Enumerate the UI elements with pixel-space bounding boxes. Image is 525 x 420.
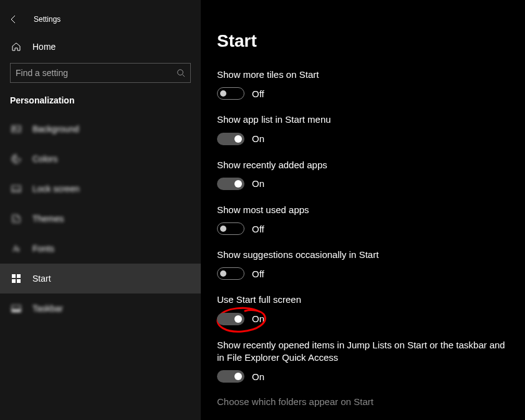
home-label: Home	[32, 42, 55, 52]
nav-label: Themes	[32, 214, 64, 224]
toggle-knob	[234, 315, 242, 323]
folders-link[interactable]: Choose which folders appear on Start	[217, 396, 525, 407]
toggle-state-text: Off	[252, 269, 264, 279]
svg-rect-10	[17, 279, 21, 283]
toggle-row: On	[217, 313, 510, 325]
toggle-state-text: Off	[252, 224, 264, 234]
setting-label: Show suggestions occasionally in Start	[217, 249, 510, 261]
nav-label: Start	[32, 274, 51, 284]
setting-label: Show most used apps	[217, 204, 510, 216]
page-title: Start	[217, 31, 525, 51]
toggle-app-list[interactable]	[217, 133, 244, 145]
toggle-state-text: On	[252, 178, 264, 189]
start-icon	[10, 274, 22, 284]
setting-more-tiles: Show more tiles on StartOff	[217, 69, 510, 100]
setting-label: Use Start full screen	[217, 294, 510, 306]
home-nav[interactable]: Home	[0, 36, 201, 58]
toggle-state-text: On	[252, 313, 264, 324]
svg-rect-9	[12, 279, 16, 283]
toggle-knob	[234, 180, 242, 188]
toggle-row: Off	[217, 87, 510, 100]
lockscreen-icon	[10, 184, 22, 194]
nav-item-themes[interactable]: Themes	[0, 204, 201, 234]
fonts-icon	[10, 244, 22, 254]
settings-list: Show more tiles on StartOffShow app list…	[217, 69, 525, 383]
nav-label: Fonts	[32, 244, 54, 254]
setting-label: Show recently added apps	[217, 159, 510, 171]
search-icon	[176, 69, 185, 77]
svg-point-5	[15, 161, 16, 162]
toggle-jump-lists[interactable]	[217, 370, 244, 383]
toggle-suggestions[interactable]	[217, 267, 244, 280]
svg-rect-7	[12, 274, 16, 278]
toggle-knob	[234, 135, 242, 143]
nav-label: Colors	[32, 154, 57, 164]
setting-suggestions: Show suggestions occasionally in StartOf…	[217, 249, 510, 280]
setting-full-screen: Use Start full screenOn	[217, 294, 510, 325]
nav-item-start[interactable]: Start	[0, 264, 201, 294]
nav-label: Lock screen	[32, 184, 79, 194]
nav-item-lockscreen[interactable]: Lock screen	[0, 174, 201, 204]
back-arrow-icon	[9, 14, 19, 24]
svg-point-3	[14, 156, 15, 158]
toggle-row: Off	[217, 222, 510, 235]
title-bar: Settings	[0, 9, 201, 29]
toggle-full-screen[interactable]	[217, 313, 244, 325]
sidebar: Settings Home Personalization Background…	[0, 0, 201, 420]
nav-label: Taskbar	[32, 303, 63, 313]
setting-label: Show recently opened items in Jump Lists…	[217, 339, 510, 365]
search-box[interactable]	[10, 63, 191, 83]
svg-rect-12	[12, 310, 21, 312]
nav-list: BackgroundColorsLock screenThemesFontsSt…	[0, 114, 201, 323]
search-input[interactable]	[16, 68, 176, 78]
setting-most-used: Show most used appsOff	[217, 204, 510, 235]
nav-item-background[interactable]: Background	[0, 114, 201, 144]
toggle-row: On	[217, 178, 510, 190]
toggle-most-used[interactable]	[217, 222, 244, 235]
themes-icon	[10, 214, 22, 224]
toggle-recently-added[interactable]	[217, 178, 244, 190]
toggle-state-text: On	[252, 133, 264, 144]
setting-recently-added: Show recently added appsOn	[217, 159, 510, 190]
toggle-more-tiles[interactable]	[217, 87, 244, 100]
nav-label: Background	[32, 124, 79, 134]
toggle-state-text: Off	[252, 88, 264, 99]
toggle-knob	[220, 226, 226, 232]
setting-label: Show app list in Start menu	[217, 113, 510, 126]
svg-point-4	[13, 159, 14, 160]
toggle-row: On	[217, 133, 510, 145]
back-button[interactable]	[0, 9, 27, 29]
toggle-knob	[220, 270, 226, 277]
colors-icon	[10, 154, 22, 164]
svg-rect-8	[17, 274, 21, 278]
background-icon	[10, 124, 22, 134]
toggle-state-text: On	[252, 371, 264, 382]
section-header: Personalization	[0, 83, 201, 114]
nav-item-taskbar[interactable]: Taskbar	[0, 294, 201, 323]
setting-app-list: Show app list in Start menuOn	[217, 113, 510, 145]
taskbar-icon	[10, 303, 22, 313]
main-panel: Start Show more tiles on StartOffShow ap…	[201, 0, 525, 420]
toggle-row: Off	[217, 267, 510, 280]
svg-rect-6	[12, 186, 21, 192]
setting-jump-lists: Show recently opened items in Jump Lists…	[217, 339, 510, 383]
svg-point-0	[178, 70, 183, 75]
toggle-knob	[234, 373, 242, 380]
toggle-knob	[220, 90, 226, 97]
app-title: Settings	[34, 15, 60, 24]
setting-label: Show more tiles on Start	[217, 69, 510, 81]
nav-item-fonts[interactable]: Fonts	[0, 234, 201, 264]
nav-item-colors[interactable]: Colors	[0, 144, 201, 174]
home-icon	[10, 42, 22, 52]
toggle-row: On	[217, 370, 510, 383]
